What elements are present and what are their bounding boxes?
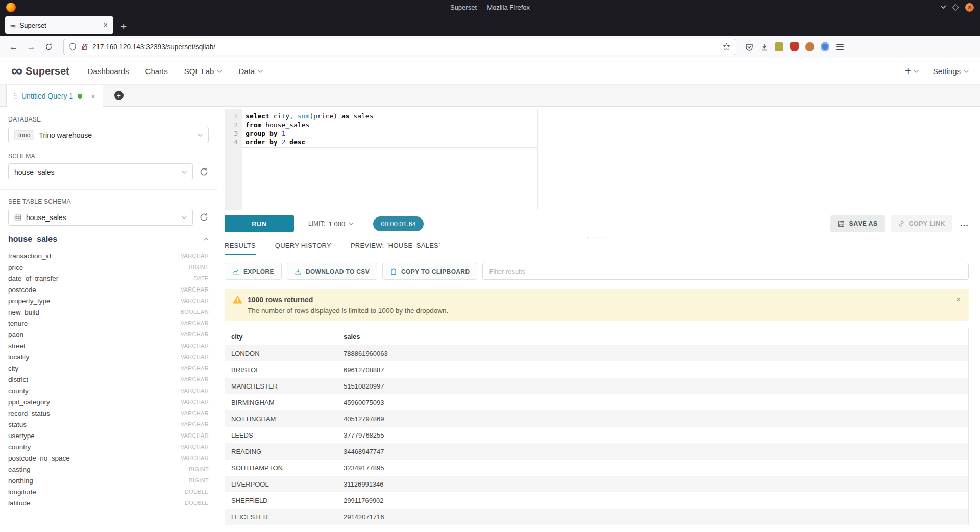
add-query-tab-button[interactable]: + (114, 91, 124, 100)
lock-insecure-icon[interactable] (81, 43, 88, 51)
column-row[interactable]: streetVARCHAR (8, 340, 209, 351)
save-as-button[interactable]: SAVE AS (830, 215, 885, 232)
table-select[interactable]: house_sales (8, 209, 193, 226)
copy-link-button[interactable]: COPY LINK (891, 215, 952, 232)
column-name: date_of_transfer (8, 275, 58, 282)
database-select[interactable]: trino Trino warehouse (8, 127, 209, 143)
column-row[interactable]: latitudeDOUBLE (8, 497, 209, 509)
table-row[interactable]: LEEDS37779768255 (225, 427, 968, 443)
code-line[interactable]: order by 2 desc (246, 138, 969, 147)
run-button[interactable]: RUN (225, 215, 294, 232)
column-row[interactable]: priceBIGINT (8, 261, 209, 273)
nav-item-data[interactable]: Data (238, 67, 263, 76)
query-tab[interactable]: Untitled Query 1 × (6, 85, 103, 107)
table-row[interactable]: BRISTOL69612708887 (225, 361, 968, 378)
table-row[interactable]: MANCHESTER51510820997 (225, 378, 968, 394)
url-bar[interactable]: 217.160.120.143:32393/superset/sqllab/ (63, 39, 736, 55)
menu-hamburger-icon[interactable] (836, 42, 844, 52)
nav-item-dashboards[interactable]: Dashboards (88, 67, 129, 76)
table-row[interactable]: LEICESTER29142071716 (225, 509, 968, 525)
editor-code[interactable]: select city, sum(price) as salesfrom hou… (242, 109, 969, 210)
query-timer-badge: 00:00:01.64 (373, 216, 424, 231)
copy-clipboard-button[interactable]: COPY TO CLIPBOARD (382, 263, 477, 280)
column-row[interactable]: property_typeVARCHAR (8, 295, 209, 306)
downloads-icon[interactable] (760, 43, 768, 51)
chevron-down-icon (198, 134, 203, 137)
extension-icon-1[interactable] (775, 42, 783, 51)
superset-brand[interactable]: ∞ Superset (11, 65, 69, 78)
table-row[interactable]: BIRMINGHAM45960075093 (225, 394, 968, 410)
forward-button[interactable]: → (24, 42, 38, 52)
column-row[interactable]: northingBIGINT (8, 475, 209, 486)
column-row[interactable]: usertypeVARCHAR (8, 430, 209, 441)
more-actions-button[interactable]: ... (960, 222, 969, 226)
nav-item-sql-lab[interactable]: SQL Lab (184, 67, 223, 76)
code-line[interactable]: group by 1 (246, 129, 969, 138)
column-type: VARCHAR (181, 410, 209, 416)
column-row[interactable]: transaction_idVARCHAR (8, 250, 209, 261)
nav-item-charts[interactable]: Charts (145, 67, 168, 76)
browser-tab[interactable]: ∞ Superset × (5, 16, 113, 34)
extension-icon-3[interactable] (805, 42, 814, 51)
column-header-sales[interactable]: sales (337, 333, 360, 341)
filter-results-input[interactable] (482, 263, 969, 280)
pocket-icon[interactable] (745, 43, 753, 51)
drag-handle-icon[interactable] (14, 93, 17, 99)
column-row[interactable]: ppd_categoryVARCHAR (8, 396, 209, 407)
schema-select[interactable]: house_sales (8, 163, 193, 180)
table-row[interactable]: LIVERPOOL31126991346 (225, 476, 968, 492)
new-menu-button[interactable]: + (905, 65, 919, 77)
column-row[interactable]: localityVARCHAR (8, 351, 209, 362)
column-row[interactable]: districtVARCHAR (8, 374, 209, 385)
settings-menu[interactable]: Settings (933, 67, 969, 76)
column-row[interactable]: countyVARCHAR (8, 385, 209, 396)
back-button[interactable]: ← (7, 42, 20, 52)
bookmark-star-icon[interactable] (723, 43, 730, 51)
column-row[interactable]: statusVARCHAR (8, 419, 209, 430)
code-line[interactable]: from house_sales (246, 120, 969, 129)
column-row[interactable]: tenureVARCHAR (8, 318, 209, 329)
table-row[interactable]: LONDON788861960063 (225, 345, 968, 361)
tab-query-history[interactable]: QUERY HISTORY (275, 241, 331, 255)
chevron-up-icon[interactable] (204, 238, 209, 241)
column-row[interactable]: paonVARCHAR (8, 329, 209, 340)
tab-close-icon[interactable]: × (102, 21, 109, 29)
alert-close-icon[interactable]: × (956, 295, 961, 303)
table-row[interactable]: SOUTHAMPTON32349177895 (225, 460, 968, 476)
reload-button[interactable] (42, 43, 55, 51)
limit-dropdown[interactable]: LIMIT: 1 000 (308, 220, 354, 228)
pane-splitter-handle[interactable]: ····· (225, 232, 969, 241)
column-name: easting (8, 466, 31, 473)
sql-editor[interactable]: 1234 select city, sum(price) as salesfro… (225, 109, 969, 210)
query-tab-close-icon[interactable]: × (91, 92, 95, 101)
column-row[interactable]: new_buildBOOLEAN (8, 306, 209, 318)
column-row[interactable]: date_of_transferDATE (8, 273, 209, 284)
window-minimize-button[interactable] (940, 5, 946, 9)
table-row[interactable]: READING34468947747 (225, 443, 968, 460)
superset-favicon-icon: ∞ (10, 21, 16, 29)
column-header-city[interactable]: city (225, 328, 337, 345)
table-row[interactable]: SHEFFIELD29911769902 (225, 492, 968, 509)
extension-icon-4[interactable] (821, 42, 829, 51)
code-line[interactable]: select city, sum(price) as sales (246, 112, 969, 120)
column-row[interactable]: countryVARCHAR (8, 441, 209, 452)
extension-icon-2[interactable] (790, 42, 799, 51)
tab-preview-house-sales[interactable]: PREVIEW: `HOUSE_SALES` (351, 241, 441, 255)
table-row[interactable]: NOTTINGHAM40512797869 (225, 410, 968, 427)
explore-button[interactable]: EXPLORE (225, 263, 282, 280)
column-row[interactable]: postcodeVARCHAR (8, 284, 209, 295)
window-maximize-button[interactable] (952, 4, 959, 11)
column-row[interactable]: postcode_no_spaceVARCHAR (8, 452, 209, 464)
refresh-schema-icon[interactable] (199, 167, 209, 177)
tab-results[interactable]: RESULTS (225, 241, 256, 255)
download-csv-button[interactable]: DOWNLOAD TO CSV (287, 263, 377, 280)
new-tab-button[interactable]: + (120, 21, 127, 32)
refresh-table-icon[interactable] (199, 212, 209, 222)
column-row[interactable]: longitudeDOUBLE (8, 486, 209, 497)
column-row[interactable]: record_statusVARCHAR (8, 407, 209, 419)
column-row[interactable]: eastingBIGINT (8, 464, 209, 475)
table-name[interactable]: house_sales (8, 235, 57, 244)
column-row[interactable]: cityVARCHAR (8, 362, 209, 374)
window-close-button[interactable]: × (965, 3, 974, 12)
shield-icon[interactable] (69, 43, 77, 51)
